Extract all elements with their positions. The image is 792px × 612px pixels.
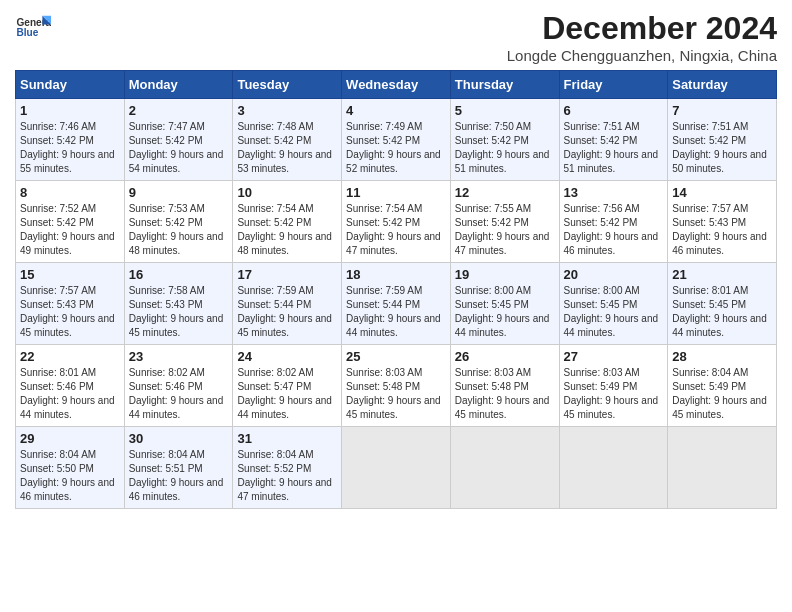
day-number: 15 xyxy=(20,267,120,282)
day-detail: Sunrise: 7:46 AM Sunset: 5:42 PM Dayligh… xyxy=(20,120,120,176)
month-title: December 2024 xyxy=(507,10,777,47)
weekday-header: Wednesday xyxy=(342,71,451,99)
day-number: 23 xyxy=(129,349,229,364)
day-number: 31 xyxy=(237,431,337,446)
calendar-cell: 13 Sunrise: 7:56 AM Sunset: 5:42 PM Dayl… xyxy=(559,181,668,263)
calendar-header-row: SundayMondayTuesdayWednesdayThursdayFrid… xyxy=(16,71,777,99)
day-detail: Sunrise: 7:58 AM Sunset: 5:43 PM Dayligh… xyxy=(129,284,229,340)
day-number: 17 xyxy=(237,267,337,282)
weekday-header: Friday xyxy=(559,71,668,99)
calendar-cell: 29 Sunrise: 8:04 AM Sunset: 5:50 PM Dayl… xyxy=(16,427,125,509)
location-title: Longde Chengguanzhen, Ningxia, China xyxy=(507,47,777,64)
day-detail: Sunrise: 7:59 AM Sunset: 5:44 PM Dayligh… xyxy=(237,284,337,340)
day-detail: Sunrise: 8:03 AM Sunset: 5:48 PM Dayligh… xyxy=(455,366,555,422)
calendar-cell xyxy=(668,427,777,509)
day-detail: Sunrise: 7:54 AM Sunset: 5:42 PM Dayligh… xyxy=(346,202,446,258)
day-number: 30 xyxy=(129,431,229,446)
day-detail: Sunrise: 8:02 AM Sunset: 5:47 PM Dayligh… xyxy=(237,366,337,422)
weekday-header: Sunday xyxy=(16,71,125,99)
calendar-cell: 12 Sunrise: 7:55 AM Sunset: 5:42 PM Dayl… xyxy=(450,181,559,263)
day-detail: Sunrise: 7:56 AM Sunset: 5:42 PM Dayligh… xyxy=(564,202,664,258)
day-detail: Sunrise: 8:01 AM Sunset: 5:45 PM Dayligh… xyxy=(672,284,772,340)
calendar-cell xyxy=(559,427,668,509)
day-number: 4 xyxy=(346,103,446,118)
calendar-cell: 22 Sunrise: 8:01 AM Sunset: 5:46 PM Dayl… xyxy=(16,345,125,427)
day-number: 18 xyxy=(346,267,446,282)
day-detail: Sunrise: 7:49 AM Sunset: 5:42 PM Dayligh… xyxy=(346,120,446,176)
day-detail: Sunrise: 7:52 AM Sunset: 5:42 PM Dayligh… xyxy=(20,202,120,258)
day-number: 3 xyxy=(237,103,337,118)
day-detail: Sunrise: 8:00 AM Sunset: 5:45 PM Dayligh… xyxy=(564,284,664,340)
calendar-cell: 30 Sunrise: 8:04 AM Sunset: 5:51 PM Dayl… xyxy=(124,427,233,509)
calendar-cell: 31 Sunrise: 8:04 AM Sunset: 5:52 PM Dayl… xyxy=(233,427,342,509)
calendar-cell: 24 Sunrise: 8:02 AM Sunset: 5:47 PM Dayl… xyxy=(233,345,342,427)
calendar-cell: 28 Sunrise: 8:04 AM Sunset: 5:49 PM Dayl… xyxy=(668,345,777,427)
calendar-cell: 19 Sunrise: 8:00 AM Sunset: 5:45 PM Dayl… xyxy=(450,263,559,345)
calendar-week-row: 29 Sunrise: 8:04 AM Sunset: 5:50 PM Dayl… xyxy=(16,427,777,509)
title-area: December 2024 Longde Chengguanzhen, Ning… xyxy=(507,10,777,64)
day-detail: Sunrise: 7:55 AM Sunset: 5:42 PM Dayligh… xyxy=(455,202,555,258)
day-detail: Sunrise: 7:57 AM Sunset: 5:43 PM Dayligh… xyxy=(20,284,120,340)
day-number: 14 xyxy=(672,185,772,200)
day-number: 21 xyxy=(672,267,772,282)
day-detail: Sunrise: 8:03 AM Sunset: 5:49 PM Dayligh… xyxy=(564,366,664,422)
calendar-cell: 1 Sunrise: 7:46 AM Sunset: 5:42 PM Dayli… xyxy=(16,99,125,181)
weekday-header: Thursday xyxy=(450,71,559,99)
day-detail: Sunrise: 8:04 AM Sunset: 5:50 PM Dayligh… xyxy=(20,448,120,504)
calendar-cell: 14 Sunrise: 7:57 AM Sunset: 5:43 PM Dayl… xyxy=(668,181,777,263)
day-number: 13 xyxy=(564,185,664,200)
day-detail: Sunrise: 8:04 AM Sunset: 5:49 PM Dayligh… xyxy=(672,366,772,422)
calendar-cell: 15 Sunrise: 7:57 AM Sunset: 5:43 PM Dayl… xyxy=(16,263,125,345)
calendar-cell: 23 Sunrise: 8:02 AM Sunset: 5:46 PM Dayl… xyxy=(124,345,233,427)
day-number: 7 xyxy=(672,103,772,118)
calendar-cell: 17 Sunrise: 7:59 AM Sunset: 5:44 PM Dayl… xyxy=(233,263,342,345)
svg-text:Blue: Blue xyxy=(16,27,38,38)
calendar-cell: 6 Sunrise: 7:51 AM Sunset: 5:42 PM Dayli… xyxy=(559,99,668,181)
day-number: 25 xyxy=(346,349,446,364)
day-number: 1 xyxy=(20,103,120,118)
day-detail: Sunrise: 7:50 AM Sunset: 5:42 PM Dayligh… xyxy=(455,120,555,176)
day-detail: Sunrise: 8:03 AM Sunset: 5:48 PM Dayligh… xyxy=(346,366,446,422)
day-detail: Sunrise: 7:57 AM Sunset: 5:43 PM Dayligh… xyxy=(672,202,772,258)
calendar-cell: 11 Sunrise: 7:54 AM Sunset: 5:42 PM Dayl… xyxy=(342,181,451,263)
calendar-cell xyxy=(450,427,559,509)
calendar-week-row: 8 Sunrise: 7:52 AM Sunset: 5:42 PM Dayli… xyxy=(16,181,777,263)
calendar-cell: 7 Sunrise: 7:51 AM Sunset: 5:42 PM Dayli… xyxy=(668,99,777,181)
header: General Blue December 2024 Longde Chengg… xyxy=(15,10,777,64)
day-detail: Sunrise: 7:48 AM Sunset: 5:42 PM Dayligh… xyxy=(237,120,337,176)
calendar-cell: 26 Sunrise: 8:03 AM Sunset: 5:48 PM Dayl… xyxy=(450,345,559,427)
weekday-header: Tuesday xyxy=(233,71,342,99)
day-detail: Sunrise: 7:59 AM Sunset: 5:44 PM Dayligh… xyxy=(346,284,446,340)
calendar-table: SundayMondayTuesdayWednesdayThursdayFrid… xyxy=(15,70,777,509)
day-detail: Sunrise: 8:02 AM Sunset: 5:46 PM Dayligh… xyxy=(129,366,229,422)
day-number: 5 xyxy=(455,103,555,118)
calendar-cell: 10 Sunrise: 7:54 AM Sunset: 5:42 PM Dayl… xyxy=(233,181,342,263)
day-detail: Sunrise: 7:51 AM Sunset: 5:42 PM Dayligh… xyxy=(564,120,664,176)
weekday-header: Saturday xyxy=(668,71,777,99)
calendar-cell xyxy=(342,427,451,509)
calendar-week-row: 1 Sunrise: 7:46 AM Sunset: 5:42 PM Dayli… xyxy=(16,99,777,181)
day-number: 12 xyxy=(455,185,555,200)
day-number: 8 xyxy=(20,185,120,200)
day-detail: Sunrise: 8:00 AM Sunset: 5:45 PM Dayligh… xyxy=(455,284,555,340)
day-number: 6 xyxy=(564,103,664,118)
calendar-cell: 20 Sunrise: 8:00 AM Sunset: 5:45 PM Dayl… xyxy=(559,263,668,345)
day-detail: Sunrise: 7:53 AM Sunset: 5:42 PM Dayligh… xyxy=(129,202,229,258)
day-detail: Sunrise: 7:51 AM Sunset: 5:42 PM Dayligh… xyxy=(672,120,772,176)
day-detail: Sunrise: 8:04 AM Sunset: 5:52 PM Dayligh… xyxy=(237,448,337,504)
day-number: 27 xyxy=(564,349,664,364)
calendar-cell: 16 Sunrise: 7:58 AM Sunset: 5:43 PM Dayl… xyxy=(124,263,233,345)
day-number: 22 xyxy=(20,349,120,364)
calendar-week-row: 22 Sunrise: 8:01 AM Sunset: 5:46 PM Dayl… xyxy=(16,345,777,427)
day-detail: Sunrise: 8:04 AM Sunset: 5:51 PM Dayligh… xyxy=(129,448,229,504)
day-number: 16 xyxy=(129,267,229,282)
calendar-body: 1 Sunrise: 7:46 AM Sunset: 5:42 PM Dayli… xyxy=(16,99,777,509)
day-number: 24 xyxy=(237,349,337,364)
weekday-header: Monday xyxy=(124,71,233,99)
day-detail: Sunrise: 7:54 AM Sunset: 5:42 PM Dayligh… xyxy=(237,202,337,258)
day-number: 9 xyxy=(129,185,229,200)
calendar-cell: 5 Sunrise: 7:50 AM Sunset: 5:42 PM Dayli… xyxy=(450,99,559,181)
calendar-cell: 27 Sunrise: 8:03 AM Sunset: 5:49 PM Dayl… xyxy=(559,345,668,427)
logo: General Blue xyxy=(15,10,51,46)
day-number: 2 xyxy=(129,103,229,118)
